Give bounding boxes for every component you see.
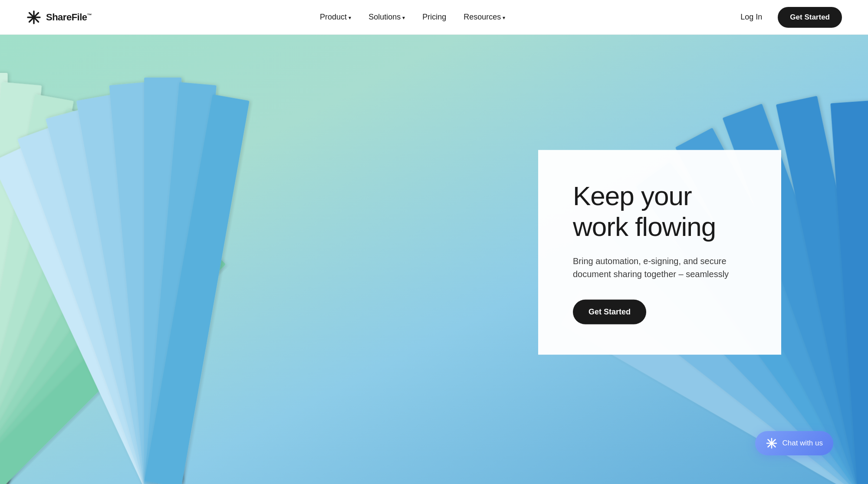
product-chevron-icon: ▾ — [349, 15, 351, 21]
chat-widget-label: Chat with us — [782, 439, 823, 448]
hero-get-started-button[interactable]: Get Started — [573, 299, 646, 324]
navbar-left: ShareFile™ — [26, 10, 92, 25]
sharefile-logo-icon — [26, 10, 42, 25]
chat-widget[interactable]: Chat with us — [755, 431, 833, 455]
chat-icon — [766, 437, 778, 449]
resources-chevron-icon: ▾ — [503, 15, 505, 21]
navbar-right: Log In Get Started — [733, 7, 842, 28]
hero-subtitle: Bring automation, e-signing, and secure … — [573, 254, 746, 280]
solutions-chevron-icon: ▾ — [402, 15, 405, 21]
nav-solutions[interactable]: Solutions ▾ — [362, 9, 412, 25]
brand-name: ShareFile™ — [46, 12, 92, 23]
logo-link[interactable]: ShareFile™ — [26, 10, 92, 25]
nav-product[interactable]: Product ▾ — [313, 9, 358, 25]
hero-title: Keep your work flowing — [573, 180, 746, 242]
nav-resources[interactable]: Resources ▾ — [457, 9, 512, 25]
navbar-center: Product ▾ Solutions ▾ Pricing Resources … — [313, 9, 512, 25]
hero-card: Keep your work flowing Bring automation,… — [538, 150, 781, 355]
nav-get-started-button[interactable]: Get Started — [778, 7, 842, 28]
navbar: ShareFile™ Product ▾ Solutions ▾ Pricing… — [0, 0, 868, 35]
hero-section: Keep your work flowing Bring automation,… — [0, 0, 868, 484]
login-button[interactable]: Log In — [733, 9, 769, 25]
nav-pricing[interactable]: Pricing — [415, 9, 453, 25]
